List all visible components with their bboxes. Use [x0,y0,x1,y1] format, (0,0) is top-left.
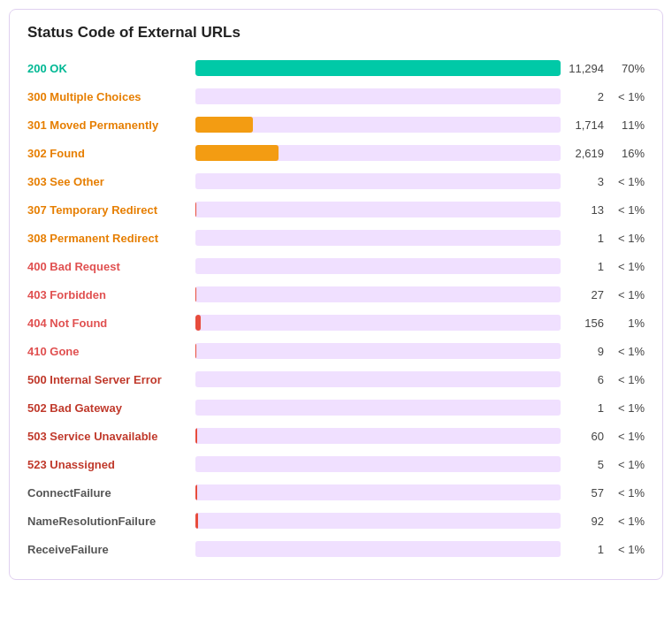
row-pct: < 1% [609,486,645,500]
row-pct: < 1% [609,203,645,217]
table-row: 307 Temporary Redirect13< 1% [27,197,645,222]
row-count: 6 [561,373,609,386]
table-row: 303 See Other3< 1% [27,169,645,194]
table-row: NameResolutionFailure92< 1% [27,508,645,533]
row-pct: 70% [609,62,645,75]
row-count: 2,619 [561,147,609,160]
table-row: 523 Unassigned5< 1% [27,452,645,477]
row-count: 27 [561,288,609,301]
row-count: 9 [561,345,609,358]
bar-fill [195,117,253,133]
row-count: 1 [561,232,609,245]
row-pct: < 1% [609,515,645,528]
row-label: 503 Service Unavailable [27,430,195,443]
table-row: 403 Forbidden27< 1% [27,282,645,307]
row-count: 92 [561,515,609,528]
bar-container [195,513,561,529]
row-count: 156 [561,317,609,330]
row-label: 502 Bad Gateway [27,401,195,415]
row-pct: < 1% [609,373,645,386]
row-label: 307 Temporary Redirect [27,203,195,217]
bar-container [195,484,561,500]
row-count: 11,294 [561,62,609,75]
table-row: ReceiveFailure1< 1% [27,537,645,561]
row-pct: < 1% [609,345,645,358]
row-label: NameResolutionFailure [27,515,195,528]
row-label: ConnectFailure [27,486,195,500]
row-label: 404 Not Found [27,317,195,330]
bar-fill [195,484,197,500]
table-row: 500 Internal Server Error6< 1% [27,367,645,392]
row-pct: < 1% [609,260,645,273]
row-label: 302 Found [27,147,195,160]
table-row: 410 Gone9< 1% [27,339,645,363]
status-code-card: Status Code of External URLs 200 OK11,29… [9,9,663,580]
table-row: 302 Found2,61916% [27,141,645,165]
bar-container [195,371,561,387]
row-label: 403 Forbidden [27,288,195,301]
row-pct: < 1% [609,175,645,188]
row-label: 308 Permanent Redirect [27,232,195,245]
row-pct: < 1% [609,232,645,245]
row-label: 200 OK [27,62,195,75]
bar-fill [195,428,197,444]
row-label: 300 Multiple Choices [27,90,195,103]
row-label: ReceiveFailure [27,543,195,556]
row-label: 400 Bad Request [27,260,195,273]
row-pct: < 1% [609,401,645,415]
table-row: 502 Bad Gateway1< 1% [27,395,645,420]
row-pct: < 1% [609,430,645,443]
row-count: 1,714 [561,118,609,132]
bar-fill [195,315,201,331]
row-label: 301 Moved Permanently [27,118,195,132]
bar-fill [195,60,561,76]
row-count: 60 [561,430,609,443]
table-row: 300 Multiple Choices2< 1% [27,84,645,109]
bar-container [195,400,561,416]
table-row: 400 Bad Request1< 1% [27,254,645,278]
bar-container [195,541,561,557]
row-pct: < 1% [609,543,645,556]
bar-container [195,258,561,274]
bar-fill [195,286,196,302]
row-pct: 11% [609,118,645,132]
table-row: 301 Moved Permanently1,71411% [27,112,645,137]
bar-fill [195,145,279,161]
row-label: 303 See Other [27,175,195,188]
row-label: 410 Gone [27,345,195,358]
bar-fill [195,513,198,529]
bar-container [195,428,561,444]
row-count: 1 [561,543,609,556]
bar-container [195,202,561,217]
bar-container [195,88,561,104]
table-row: 200 OK11,29470% [27,56,645,80]
bar-container [195,286,561,302]
bar-container [195,145,561,161]
row-count: 1 [561,260,609,273]
row-pct: < 1% [609,90,645,103]
row-label: 523 Unassigned [27,458,195,471]
row-pct: 1% [609,317,645,330]
rows-container: 200 OK11,29470%300 Multiple Choices2< 1%… [27,56,645,561]
table-row: 308 Permanent Redirect1< 1% [27,225,645,250]
bar-container [195,60,561,76]
card-title: Status Code of External URLs [27,24,645,42]
row-pct: < 1% [609,458,645,471]
row-count: 2 [561,90,609,103]
row-count: 5 [561,458,609,471]
bar-container [195,117,561,133]
row-count: 1 [561,401,609,415]
row-pct: 16% [609,147,645,160]
row-pct: < 1% [609,288,645,301]
row-count: 3 [561,175,609,188]
bar-container [195,456,561,472]
table-row: ConnectFailure57< 1% [27,480,645,505]
row-count: 13 [561,203,609,217]
row-label: 500 Internal Server Error [27,373,195,386]
bar-container [195,343,561,359]
table-row: 503 Service Unavailable60< 1% [27,423,645,448]
bar-container [195,173,561,189]
bar-container [195,230,561,246]
table-row: 404 Not Found1561% [27,310,645,335]
bar-container [195,315,561,331]
